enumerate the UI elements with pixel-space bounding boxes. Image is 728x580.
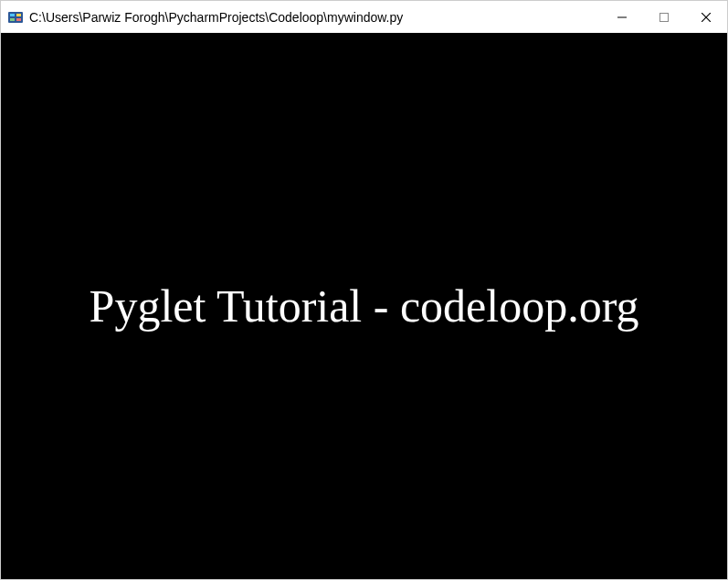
app-icon <box>8 10 23 25</box>
titlebar[interactable]: C:\Users\Parwiz Forogh\PycharmProjects\C… <box>1 1 727 33</box>
maximize-button[interactable] <box>643 1 685 33</box>
client-area: Pyglet Tutorial - codeloop.org <box>1 33 727 579</box>
window-title: C:\Users\Parwiz Forogh\PycharmProjects\C… <box>29 10 601 25</box>
minimize-button[interactable] <box>601 1 643 33</box>
svg-rect-4 <box>16 18 21 21</box>
window-controls <box>601 1 727 33</box>
svg-rect-3 <box>10 18 15 21</box>
svg-rect-2 <box>16 14 21 16</box>
close-button[interactable] <box>685 1 727 33</box>
svg-rect-1 <box>10 14 15 16</box>
svg-rect-0 <box>8 12 23 23</box>
application-window: C:\Users\Parwiz Forogh\PycharmProjects\C… <box>0 0 728 580</box>
tutorial-label: Pyglet Tutorial - codeloop.org <box>90 279 639 332</box>
svg-rect-6 <box>660 13 669 21</box>
